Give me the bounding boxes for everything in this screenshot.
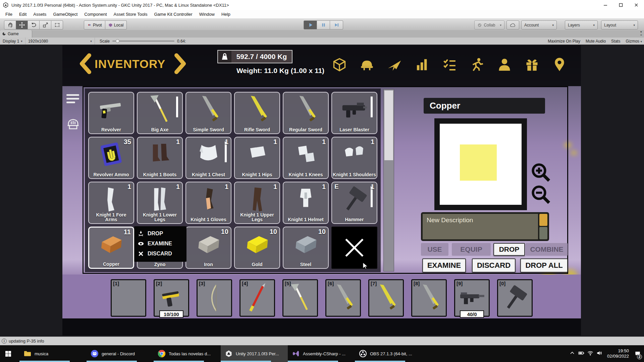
description-scrollbar[interactable]: [539, 214, 547, 239]
action-button-drop-all[interactable]: DROP ALL: [520, 258, 568, 273]
inventory-cell-revolver[interactable]: Revolver: [88, 92, 134, 134]
menu-item-asset-store-tools[interactable]: Asset Store Tools: [110, 10, 151, 18]
hotbar-slot-8[interactable]: [8]: [411, 279, 447, 317]
pause-button[interactable]: [317, 20, 330, 29]
inventory-cell-big-axe[interactable]: Big Axe: [137, 92, 183, 134]
layers-dropdown[interactable]: Layers▾: [565, 20, 598, 29]
hotbar-slot-0[interactable]: [0]: [497, 279, 533, 317]
item-description-input[interactable]: New Description: [423, 214, 538, 239]
inventory-scrollbar-thumb[interactable]: [384, 90, 393, 160]
menu-item-game-kit-controller[interactable]: Game Kit Controller: [151, 10, 196, 18]
pane-menu-icon[interactable]: ▾≡: [640, 31, 642, 37]
inventory-cell-knight-1-lower-legs[interactable]: 1Knight 1 Lower Legs: [137, 182, 183, 224]
inventory-cell-rifle-sword[interactable]: Rifle Sword: [234, 92, 280, 134]
inventory-cell-knight-1-shoulders[interactable]: 1Knight 1 Shoulders: [331, 137, 377, 179]
inventory-cell-close[interactable]: [331, 227, 377, 269]
action-button-discard[interactable]: DISCARD: [472, 258, 516, 273]
plane-icon[interactable]: [387, 57, 402, 72]
inventory-cell-regular-sword[interactable]: Regular Sword: [283, 92, 329, 134]
inventory-cell-hammer[interactable]: E1Hammer: [331, 182, 377, 224]
hotbar-slot-6[interactable]: [6]: [325, 279, 361, 317]
context-menu-item-drop[interactable]: DROP: [138, 229, 186, 239]
maximize-on-play-button[interactable]: Maximize On Play: [548, 39, 580, 44]
inventory-cell-knight-1-knees[interactable]: 1Knight 1 Knees: [283, 137, 329, 179]
inventory-next-arrow[interactable]: [174, 53, 188, 74]
zoom-in-icon[interactable]: [530, 162, 552, 183]
scale-slider[interactable]: [112, 41, 174, 42]
inventory-cell-revolver-ammo[interactable]: 35Revolver Ammo: [88, 137, 134, 179]
inventory-scrollbar[interactable]: [383, 89, 394, 272]
gift-icon[interactable]: [525, 57, 539, 72]
resolution-dropdown[interactable]: 644x362▾: [25, 38, 95, 45]
inventory-cell-steel[interactable]: 10Steel: [283, 227, 329, 269]
stats-button[interactable]: Stats: [611, 39, 620, 44]
inventory-cell-knight-1-hips[interactable]: 1Knight 1 Hips: [234, 137, 280, 179]
hotbar-slot-9[interactable]: [9]40/0: [454, 279, 490, 317]
action-button-equip[interactable]: EQUIP: [452, 243, 491, 256]
context-menu-item-discard[interactable]: DISCARD: [138, 249, 186, 259]
map-pin-icon[interactable]: [552, 57, 567, 72]
hotbar-slot-3[interactable]: [3]: [197, 279, 232, 317]
menu-item-file[interactable]: File: [2, 10, 16, 18]
menu-item-assets[interactable]: Assets: [30, 10, 50, 18]
layout-dropdown[interactable]: Layout▾: [601, 20, 638, 29]
account-dropdown[interactable]: Account▾: [521, 20, 557, 29]
context-menu-item-examine[interactable]: EXAMINE: [138, 239, 186, 249]
action-button-use[interactable]: USE: [421, 243, 448, 256]
rotate-tool-button[interactable]: [28, 20, 40, 29]
hotbar-slot-2[interactable]: [2]10/100: [154, 279, 189, 317]
action-button-combine[interactable]: COMBINE: [526, 243, 568, 256]
mute-audio-button[interactable]: Mute Audio: [586, 39, 606, 44]
play-button[interactable]: [304, 20, 317, 29]
cloud-button[interactable]: [506, 20, 519, 29]
battery-icon[interactable]: [578, 350, 585, 358]
notification-center-icon[interactable]: 2: [633, 345, 642, 362]
start-button[interactable]: [0, 345, 16, 362]
hotbar-slot-4[interactable]: [4]: [239, 279, 275, 317]
tray-chevron-icon[interactable]: [569, 350, 576, 358]
action-button-drop[interactable]: DROP: [493, 243, 525, 256]
inventory-cell-iron[interactable]: 10Iron: [185, 227, 231, 269]
menu-item-edit[interactable]: Edit: [16, 10, 30, 18]
tab-game[interactable]: Game: [0, 30, 32, 38]
taskbar-app-todas-las-novelas-d[interactable]: Todas las novelas d...: [154, 345, 221, 362]
inventory-cell-knight-1-chest[interactable]: 1Knight 1 Chest: [185, 137, 231, 179]
close-button[interactable]: [629, 0, 644, 10]
step-button[interactable]: [330, 20, 343, 29]
inventory-prev-arrow[interactable]: [78, 53, 92, 74]
inventory-cell-copper[interactable]: 11Copper: [88, 227, 134, 269]
network-icon[interactable]: [587, 350, 594, 358]
action-button-examine[interactable]: EXAMINE: [422, 258, 466, 273]
taskbar-app-general-discord[interactable]: general - Discord: [87, 345, 154, 362]
hotbar-slot-7[interactable]: [7]: [368, 279, 404, 317]
scale-slider-knob[interactable]: [116, 39, 119, 43]
local-toggle-button[interactable]: Local: [105, 20, 127, 29]
hotbar-slot-5[interactable]: [5]: [282, 279, 318, 317]
taskbar-app-musica[interactable]: musica: [19, 345, 87, 362]
bar-chart-icon[interactable]: [415, 57, 429, 72]
hotbar-slot-1[interactable]: [1]: [111, 279, 146, 317]
person-icon[interactable]: [497, 57, 512, 72]
taskbar-clock[interactable]: 19:50 02/09/2022: [607, 348, 629, 359]
zoom-out-icon[interactable]: [530, 184, 552, 205]
scale-tool-button[interactable]: [40, 20, 51, 29]
pivot-toggle-button[interactable]: Pivot: [84, 20, 105, 29]
cube-icon[interactable]: [332, 57, 347, 72]
menu-item-component[interactable]: Component: [81, 10, 110, 18]
inventory-cell-knight-1-upper-legs[interactable]: 1Knight 1 Upper Legs: [234, 182, 280, 224]
menu-item-gameobject[interactable]: GameObject: [50, 10, 81, 18]
menu-hamburger-icon[interactable]: [66, 94, 79, 105]
maximize-button[interactable]: [613, 0, 629, 10]
armor-menu-icon[interactable]: [66, 116, 80, 131]
inventory-cell-laser-blaster[interactable]: Laser Blaster: [331, 92, 377, 134]
collab-button[interactable]: Collab ▾: [474, 20, 504, 29]
helmet-icon[interactable]: [360, 57, 374, 72]
inventory-cell-knight-1-boots[interactable]: 1Knight 1 Boots: [137, 137, 183, 179]
runner-icon[interactable]: [470, 57, 484, 72]
taskbar-app-assembly-csharp[interactable]: Assembly-CSharp - ...: [288, 345, 355, 362]
inventory-cell-knight-1-helmet[interactable]: 1Knight 1 Helmet: [283, 182, 329, 224]
inventory-cell-knight-1-gloves[interactable]: 1Knight 1 Gloves: [185, 182, 231, 224]
display-dropdown[interactable]: Display 1▾: [0, 38, 25, 45]
checklist-icon[interactable]: [442, 57, 457, 72]
rect-tool-button[interactable]: [51, 20, 63, 29]
